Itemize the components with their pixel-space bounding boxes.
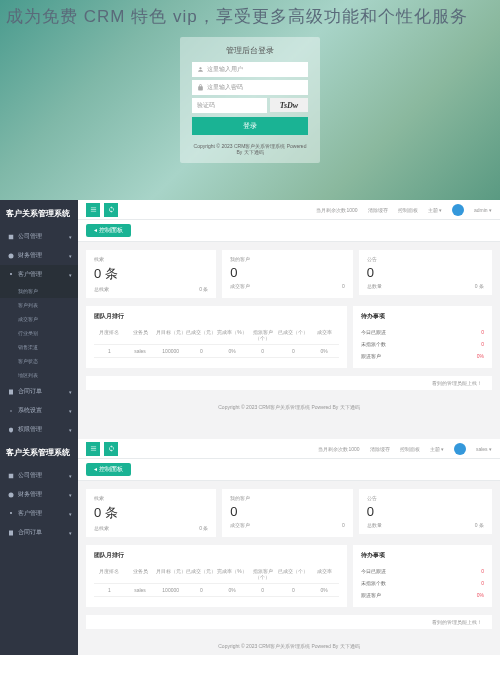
system-note: 看到的管理员能上线！ [86,376,492,390]
task-card: 待办事项 今日已跟进0 未指派个数0 跟进客户0% [353,545,492,607]
bars-icon [90,445,97,452]
username-label[interactable]: sales ▾ [476,446,492,452]
performance-table: 月度排名业务员月目标（元）已成交（元）完成率（%）指派客户（个）已成交（个）成交… [94,565,339,597]
tab-console[interactable]: ◂ 控制面板 [86,224,131,237]
users-icon [8,272,14,278]
system-note: 看到的管理员能上线！ [86,615,492,629]
chevron-down-icon: ▾ [69,272,72,278]
console-link[interactable]: 控制面板 [398,207,418,213]
chevron-down-icon: ▾ [69,427,72,433]
task-card: 待办事项 今日已跟进0 未指派个数0 跟进客户0% [353,306,492,368]
nav-customer[interactable]: 客户管理▾ [0,265,78,284]
topbar: 当月剩余次数1000 清除缓存 控制面板 主题 ▾ sales ▾ [78,439,500,459]
theme-link[interactable]: 主题 ▾ [428,207,442,213]
stat-my-customer: 我的客户 0 成交客户0 [222,250,352,298]
money-icon [8,492,14,498]
svg-point-0 [9,253,14,258]
chevron-down-icon: ▾ [69,530,72,536]
bars-icon [90,206,97,213]
password-input[interactable]: 这里输入密码 [192,80,308,95]
nav-company[interactable]: 公司管理▾ [0,466,78,485]
chevron-down-icon: ▾ [69,408,72,414]
nav-customer[interactable]: 客户管理▾ [0,504,78,523]
hero-headline: 成为免费 CRM 特色 vip，享受更多高级功能和个性化服务 [6,4,468,30]
lock-icon [197,84,204,91]
user-icon [197,66,204,73]
table-row: 1sales10000000%000% [94,584,339,597]
username-label[interactable]: admin ▾ [474,207,492,213]
refresh-button[interactable] [104,442,118,456]
building-icon [8,234,14,240]
nav-finance[interactable]: 财务管理▾ [0,485,78,504]
login-title: 管理后台登录 [192,45,308,56]
menu-toggle[interactable] [86,442,100,456]
users-icon [8,511,14,517]
main-content: 当月剩余次数1000 清除缓存 控制面板 主题 ▾ admin ▾ ◂ 控制面板… [78,200,500,439]
nav-company[interactable]: 公司管理▾ [0,227,78,246]
subnav-industry[interactable]: 行业类别 [0,326,78,340]
stat-clue: 线索 0 条 总线索0 条 [86,489,216,537]
performance-card: 团队月排行 月度排名业务员月目标（元）已成交（元）完成率（%）指派客户（个）已成… [86,545,347,607]
chevron-down-icon: ▾ [69,473,72,479]
login-button[interactable]: 登录 [192,117,308,135]
nav-contract[interactable]: 合同订单▾ [0,523,78,542]
chevron-down-icon: ▾ [69,234,72,240]
main-content: 当月剩余次数1000 清除缓存 控制面板 主题 ▾ sales ▾ ◂ 控制面板… [78,439,500,655]
subnav-deal-customer[interactable]: 成交客户 [0,312,78,326]
remaining-count: 当月剩余次数1000 [316,207,357,213]
nav-finance[interactable]: 财务管理▾ [0,246,78,265]
subnav-my-customer[interactable]: 我的客户 [0,284,78,298]
sidebar: 客户关系管理系统 公司管理▾ 财务管理▾ 客户管理▾ 合同订单▾ [0,439,78,655]
tab-bar: ◂ 控制面板 [78,220,500,242]
chevron-down-icon: ▾ [69,253,72,259]
building-icon [8,473,14,479]
stat-announce: 公告 0 总数量0 条 [359,489,492,534]
gear-icon [8,408,14,414]
money-icon [8,253,14,259]
clear-cache-link[interactable]: 清除缓存 [368,207,388,213]
menu-toggle[interactable] [86,203,100,217]
theme-link[interactable]: 主题 ▾ [430,446,444,452]
dashboard-footer: Copyright © 2023 CRM客户关系管理系统 Powered By … [78,398,500,416]
subnav-status[interactable]: 客户状态 [0,354,78,368]
captcha-input[interactable]: 验证码 [192,98,267,113]
svg-point-2 [9,492,14,497]
subnav-region[interactable]: 地区列表 [0,368,78,382]
refresh-button[interactable] [104,203,118,217]
nav-permission[interactable]: 权限管理▾ [0,420,78,439]
file-icon [8,389,14,395]
stat-my-customer: 我的客户 0 成交客户0 [222,489,352,537]
remaining-count: 当月剩余次数1000 [318,446,359,452]
sidebar: 客户关系管理系统 公司管理▾ 财务管理▾ 客户管理▾ 我的客户 客户列表 成交客… [0,200,78,439]
performance-table: 月度排名业务员月目标（元）已成交（元）完成率（%）指派客户（个）已成交（个）成交… [94,326,339,358]
stat-clue: 线索 0 条 总线索0 条 [86,250,216,298]
shield-icon [8,427,14,433]
captcha-image[interactable]: TsDw [270,98,308,112]
login-copyright: Copyright © 2023 CRM客户关系管理系统 Powered By … [192,143,308,155]
table-header: 月度排名业务员月目标（元）已成交（元）完成率（%）指派客户（个）已成交（个）成交… [94,326,339,345]
chevron-down-icon: ▾ [69,492,72,498]
performance-card: 团队月排行 月度排名业务员月目标（元）已成交（元）完成率（%）指派客户（个）已成… [86,306,347,368]
avatar[interactable] [452,204,464,216]
table-row: 1sales10000000%000% [94,345,339,358]
login-hero: 管理后台登录 这里输入用户 这里输入密码 验证码 TsDw 登录 Copyrig… [0,0,500,200]
avatar[interactable] [454,443,466,455]
nav-contract[interactable]: 合同订单▾ [0,382,78,401]
app-title: 客户关系管理系统 [0,439,78,466]
clear-cache-link[interactable]: 清除缓存 [370,446,390,452]
tab-bar: ◂ 控制面板 [78,459,500,481]
dashboard-sales: 客户关系管理系统 公司管理▾ 财务管理▾ 客户管理▾ 合同订单▾ 当月剩余次数1… [0,439,500,655]
subnav-channel[interactable]: 销售渠道 [0,340,78,354]
chevron-down-icon: ▾ [69,389,72,395]
table-header: 月度排名业务员月目标（元）已成交（元）完成率（%）指派客户（个）已成交（个）成交… [94,565,339,584]
nav-system[interactable]: 系统设置▾ [0,401,78,420]
app-title: 客户关系管理系统 [0,200,78,227]
chevron-down-icon: ▾ [69,511,72,517]
subnav-customer-list[interactable]: 客户列表 [0,298,78,312]
topbar: 当月剩余次数1000 清除缓存 控制面板 主题 ▾ admin ▾ [78,200,500,220]
dashboard-admin: 客户关系管理系统 公司管理▾ 财务管理▾ 客户管理▾ 我的客户 客户列表 成交客… [0,200,500,439]
tab-console[interactable]: ◂ 控制面板 [86,463,131,476]
file-icon [8,530,14,536]
console-link[interactable]: 控制面板 [400,446,420,452]
username-input[interactable]: 这里输入用户 [192,62,308,77]
